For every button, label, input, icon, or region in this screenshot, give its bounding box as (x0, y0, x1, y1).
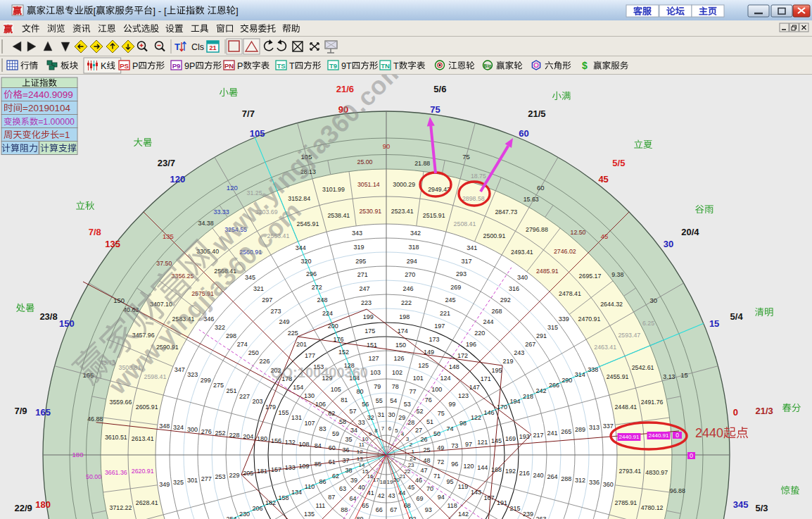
svg-text:336: 336 (589, 479, 600, 486)
svg-text:348: 348 (159, 423, 170, 430)
svg-text:108: 108 (298, 441, 309, 448)
svg-text:T: T (393, 61, 399, 71)
svg-text:121: 121 (477, 439, 488, 446)
svg-text:PN: PN (224, 62, 234, 70)
svg-text:27: 27 (415, 427, 422, 434)
svg-text:270: 270 (405, 271, 415, 278)
svg-text:2538.41: 2538.41 (327, 212, 350, 219)
svg-text:53: 53 (404, 401, 411, 408)
svg-text:2491.76: 2491.76 (641, 399, 664, 406)
svg-text:155: 155 (278, 409, 288, 416)
svg-text:49: 49 (437, 444, 444, 451)
svg-text:81: 81 (341, 396, 348, 404)
svg-text:12: 12 (357, 449, 363, 455)
svg-text:173: 173 (429, 336, 440, 343)
svg-text:2847.73: 2847.73 (495, 208, 517, 215)
svg-text:320: 320 (300, 258, 311, 265)
svg-text:273: 273 (270, 308, 281, 315)
svg-text:300: 300 (187, 426, 198, 433)
svg-text:59: 59 (332, 430, 339, 437)
svg-text:288: 288 (561, 475, 571, 482)
svg-text:45: 45 (601, 232, 609, 240)
svg-text:107: 107 (304, 420, 315, 427)
svg-text:25.00: 25.00 (357, 158, 372, 165)
svg-text:263: 263 (535, 515, 546, 519)
svg-text:57: 57 (349, 408, 356, 415)
svg-text:75: 75 (430, 104, 440, 115)
svg-text:215: 215 (509, 505, 520, 512)
svg-text:106: 106 (315, 401, 326, 408)
svg-text:295: 295 (355, 258, 366, 265)
svg-text:2448.41: 2448.41 (614, 404, 637, 411)
svg-text:174: 174 (398, 327, 408, 334)
svg-text:3051.14: 3051.14 (357, 181, 380, 188)
svg-text:181: 181 (257, 468, 267, 475)
svg-text:245: 245 (445, 296, 456, 304)
svg-text:230: 230 (239, 511, 250, 518)
svg-text:239: 239 (523, 511, 533, 518)
svg-text:168: 168 (491, 466, 502, 473)
svg-text:345: 345 (733, 499, 749, 510)
svg-text:242: 242 (535, 387, 546, 394)
svg-text:145: 145 (491, 437, 502, 444)
svg-text:70: 70 (426, 485, 433, 492)
svg-text:11: 11 (359, 442, 365, 448)
svg-text:203: 203 (253, 398, 263, 405)
svg-text:198: 198 (399, 313, 410, 320)
svg-text:0: 0 (675, 432, 679, 439)
svg-text:299: 299 (201, 377, 211, 384)
svg-text:43: 43 (388, 492, 395, 499)
svg-text:200: 200 (328, 323, 338, 330)
svg-text:2746.02: 2746.02 (554, 248, 576, 255)
svg-text:54: 54 (390, 397, 397, 404)
svg-text:51: 51 (426, 418, 433, 425)
svg-text:94: 94 (438, 494, 445, 501)
svg-text:2: 2 (410, 442, 413, 448)
svg-text:201: 201 (296, 341, 307, 348)
svg-text:272: 272 (312, 284, 322, 291)
svg-text:253: 253 (215, 473, 225, 480)
svg-text:120: 120 (227, 184, 238, 192)
svg-text:148: 148 (449, 363, 459, 370)
svg-text:229: 229 (229, 472, 239, 479)
svg-text:T9: T9 (329, 62, 337, 70)
svg-text:90: 90 (383, 142, 391, 150)
svg-text:15: 15 (709, 318, 719, 329)
svg-text:=1: =1 (59, 130, 70, 140)
svg-text:T: T (289, 61, 295, 71)
svg-text:45: 45 (407, 484, 414, 491)
svg-text:2613.41: 2613.41 (132, 435, 154, 442)
svg-text:344: 344 (296, 244, 306, 251)
svg-text:142: 142 (458, 511, 469, 518)
svg-text:120: 120 (170, 174, 186, 185)
svg-text:72: 72 (437, 458, 444, 465)
svg-text:192: 192 (505, 468, 516, 475)
svg-text:61: 61 (329, 458, 336, 465)
svg-text:135: 135 (163, 232, 174, 240)
svg-text:191: 191 (497, 499, 507, 506)
svg-text:2493.41: 2493.41 (511, 249, 533, 256)
svg-text:220: 220 (474, 330, 485, 337)
svg-text:2796.88: 2796.88 (526, 226, 548, 233)
svg-text:2470.91: 2470.91 (578, 315, 601, 323)
svg-text:99: 99 (449, 401, 456, 408)
svg-text:177: 177 (305, 352, 315, 359)
svg-text:109: 109 (298, 463, 309, 470)
svg-text:41: 41 (367, 489, 374, 496)
svg-text:218: 218 (523, 393, 533, 400)
svg-text:179: 179 (265, 404, 276, 411)
svg-text:339: 339 (559, 315, 569, 323)
svg-text:65: 65 (362, 502, 369, 509)
svg-text:241: 241 (547, 430, 557, 437)
svg-text:3559.66: 3559.66 (109, 399, 132, 406)
svg-text:176: 176 (333, 336, 343, 343)
svg-text:5: 5 (395, 427, 398, 434)
svg-text:3101.99: 3101.99 (322, 186, 345, 193)
svg-text:9.38: 9.38 (611, 271, 623, 278)
svg-text:246: 246 (403, 285, 414, 292)
svg-text:144: 144 (477, 464, 488, 471)
svg-text:40: 40 (358, 484, 365, 491)
svg-text:315: 315 (547, 324, 558, 331)
svg-text:2455.91: 2455.91 (607, 373, 629, 380)
svg-text:75: 75 (462, 153, 470, 161)
